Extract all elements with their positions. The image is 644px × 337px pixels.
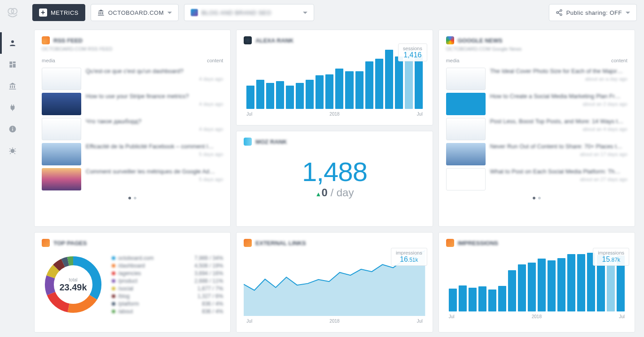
card-title: IMPRESSIONS <box>458 240 498 246</box>
site-dropdown[interactable]: OCTOBOARD.COM <box>91 4 179 21</box>
card-title: EXTERNAL LINKS <box>255 240 306 246</box>
pages-icon <box>42 239 50 247</box>
bar <box>276 81 284 109</box>
card-impressions: IMPRESSIONS impressions 15.87k Jul2018Ju… <box>438 232 635 333</box>
feed-row[interactable]: Comment surveiller les métriques de Goog… <box>42 168 223 190</box>
feed-title: Comment surveiller les métriques de Goog… <box>86 168 223 176</box>
thumb <box>42 93 81 115</box>
bar <box>296 83 304 109</box>
page-dropdown[interactable]: BLOG AND BRAND SEO <box>184 4 314 21</box>
col-content: content <box>207 58 223 63</box>
axis-label: 2018 <box>532 314 542 319</box>
legend-row: /social1,677 / 7% <box>112 285 223 292</box>
svg-point-12 <box>556 12 558 13</box>
donut-chart: total 23.49k <box>42 253 105 316</box>
bar <box>266 83 274 109</box>
thumb <box>42 168 81 190</box>
card-sub: OCTOBOARD.COM RSS FEED <box>42 46 223 52</box>
card-google-news: GOOGLE NEWS OCTOBOARD.COM Google News me… <box>438 30 635 227</box>
bar <box>518 264 526 311</box>
thumb <box>42 118 81 140</box>
card-top-pages: TOP PAGES total 23.49k octoboard.com7,98… <box>34 232 231 333</box>
feed-row[interactable]: How to Create a Social Media Marketing P… <box>446 93 627 115</box>
feed-time: 5 days ago <box>86 151 223 157</box>
nav-plug-icon[interactable] <box>0 97 25 118</box>
sharing-label: Public sharing: OFF <box>566 9 622 16</box>
moz-delta: ▲0 / day <box>244 186 425 199</box>
bar <box>557 258 565 311</box>
nav-account-icon[interactable] <box>0 32 25 54</box>
donut-total: 23.49k <box>59 282 87 292</box>
bar <box>577 254 585 311</box>
feed-row[interactable]: Что такое дашборд?4 days ago <box>42 118 223 140</box>
share-icon <box>556 9 563 16</box>
card-alexa-rank: ALEXA RANK sessions 1,416 Jul2018Jul <box>236 30 433 125</box>
feed-time: 4 days ago <box>86 76 223 82</box>
pagination-dots[interactable] <box>446 197 627 199</box>
bar <box>449 289 457 311</box>
page-label: BLOG AND BRAND SEO <box>202 9 272 16</box>
feed-title: What to Post on Each Social Media Platfo… <box>490 168 627 176</box>
moz-value: 1,488 <box>244 156 425 187</box>
axis-label: Jul <box>449 314 455 319</box>
feed-row[interactable]: The Ideal Cover Photo Size for Each of t… <box>446 68 627 90</box>
bar <box>306 80 314 109</box>
nav-dashboard-icon[interactable] <box>0 54 25 75</box>
bar <box>538 259 546 311</box>
bar <box>315 75 324 109</box>
feed-time: about an 17 days ago <box>490 151 627 157</box>
nav-bank-icon[interactable] <box>0 75 25 97</box>
brand-logo-icon <box>4 5 21 22</box>
pagination-dots[interactable] <box>42 197 223 199</box>
card-rss-feed: RSS FEED OCTOBOARD.COM RSS FEED mediacon… <box>34 30 231 227</box>
bar <box>548 260 556 311</box>
badge-label: sessions <box>403 46 422 51</box>
legend-row: /agencies3,694 / 16% <box>112 270 223 277</box>
feed-title: How to Create a Social Media Marketing P… <box>490 93 627 100</box>
bar <box>365 61 373 109</box>
feed-row[interactable]: Post Less, Boost Top Posts, and More: 14… <box>446 118 627 140</box>
bar <box>459 285 467 311</box>
card-title: RSS FEED <box>53 37 83 44</box>
public-sharing-toggle[interactable]: Public sharing: OFF <box>549 4 637 21</box>
feed-title: How to use your Stripe finance metrics? <box>86 93 223 100</box>
legend-row: /product2,688 / 11% <box>112 278 223 284</box>
bar <box>375 59 383 109</box>
links-icon <box>244 239 252 247</box>
legend-row: /blog1,327 / 6% <box>112 293 223 299</box>
feed-time: 4 days ago <box>86 101 223 107</box>
thumb <box>446 68 486 90</box>
up-triangle-icon: ▲ <box>315 190 322 198</box>
feed-row[interactable]: How to use your Stripe finance metrics?4… <box>42 93 223 115</box>
axis-label: Jul <box>619 314 625 319</box>
svg-rect-8 <box>12 129 13 131</box>
card-title: MOZ RANK <box>255 138 287 145</box>
bar <box>286 86 294 109</box>
bar <box>478 286 486 311</box>
badge-label: impressions <box>396 250 422 255</box>
bar <box>498 286 506 311</box>
feed-row[interactable]: What to Post on Each Social Media Platfo… <box>446 168 627 190</box>
card-title: GOOGLE NEWS <box>458 37 503 44</box>
bar <box>469 288 477 311</box>
feed-row[interactable]: Qu'est-ce que c'est qu'un dashboard?4 da… <box>42 68 223 90</box>
metric-badge: impressions 16.51k <box>391 248 427 266</box>
nav-bug-icon[interactable] <box>0 140 25 161</box>
nav-info-icon[interactable] <box>0 118 25 140</box>
bar <box>488 289 496 311</box>
svg-rect-9 <box>12 127 13 128</box>
feed-title: Post Less, Boost Top Posts, and More: 14… <box>490 118 627 125</box>
feed-row[interactable]: Never Run Out of Content to Share: 70+ P… <box>446 143 627 165</box>
feed-time: 5 days ago <box>86 177 223 182</box>
bar <box>325 74 333 109</box>
site-label: OCTOBOARD.COM <box>108 9 164 16</box>
feed-row[interactable]: Efficacité de la Publicité Facebook – co… <box>42 143 223 165</box>
svg-rect-3 <box>9 61 12 64</box>
moz-icon <box>244 138 252 146</box>
bar <box>385 50 393 109</box>
add-metrics-button[interactable]: + METRICS <box>32 4 85 21</box>
card-title: ALEXA RANK <box>255 37 294 44</box>
col-content: content <box>611 58 627 63</box>
axis-label: 2018 <box>329 319 339 324</box>
feed-title: Qu'est-ce que c'est qu'un dashboard? <box>86 68 223 75</box>
